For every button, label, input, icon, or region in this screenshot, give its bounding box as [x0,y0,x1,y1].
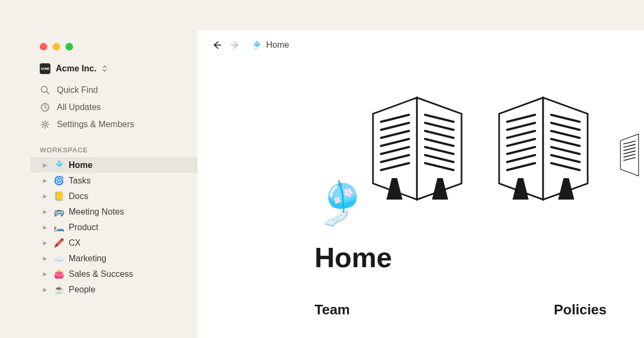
breadcrumb-label: Home [266,40,289,50]
page-label: Home [69,160,92,170]
sidebar-page-cx[interactable]: ▶ 🖍️ CX [30,235,197,251]
page-emoji-icon: 🖍️ [54,238,64,248]
workspace-logo-icon: ACME [40,63,50,74]
maximize-window-button[interactable] [65,43,73,50]
workspace-section-label: Workspace [30,143,197,157]
breadcrumb[interactable]: 🎐 Home [251,40,289,50]
page-title[interactable]: Home [314,241,392,274]
disclosure-triangle-icon[interactable]: ▶ [43,286,49,292]
search-icon [40,85,50,95]
topbar: 🎐 Home [197,30,644,60]
cover-art-illustration [365,92,644,205]
disclosure-triangle-icon[interactable]: ▶ [43,224,49,230]
sidebar-pages-list: ▶ 🎐 Home ▶ 🌀 Tasks ▶ 📒 Docs ▶ 🚌 Meeting … [30,157,197,297]
sidebar-page-docs[interactable]: ▶ 📒 Docs [30,188,197,204]
page-label: Sales & Success [69,269,133,279]
page-label: People [69,285,96,295]
page-emoji-icon: 🛏️ [54,222,64,232]
page-emoji-icon: 🎐 [54,160,64,170]
page-emoji-icon: 📒 [54,191,64,201]
chevron-updown-icon [102,65,107,72]
close-window-button[interactable] [40,43,47,50]
sidebar-page-people[interactable]: ▶ ☕ People [30,282,197,297]
workspace-switcher[interactable]: ACME Acme Inc. [30,61,197,82]
all-updates-link[interactable]: All Updates [30,99,197,116]
page-emoji-icon: 👛 [54,269,64,279]
disclosure-triangle-icon[interactable]: ▶ [43,178,49,183]
disclosure-triangle-icon[interactable]: ▶ [43,162,49,168]
quick-find-link[interactable]: Quick Find [30,82,197,99]
svg-line-1 [47,92,49,94]
disclosure-triangle-icon[interactable]: ▶ [43,209,49,215]
page-icon[interactable]: 🎐 [314,179,363,227]
main-area: 🎐 Home [197,30,644,338]
page-emoji-icon: 🌀 [54,175,64,186]
app-window: ACME Acme Inc. Quick Find All Updates [30,30,644,338]
sidebar-page-product[interactable]: ▶ 🛏️ Product [30,219,197,235]
disclosure-triangle-icon[interactable]: ▶ [43,240,49,246]
disclosure-triangle-icon[interactable]: ▶ [43,193,49,199]
disclosure-triangle-icon[interactable]: ▶ [43,271,49,277]
settings-members-link[interactable]: Settings & Members [30,116,197,133]
sidebar-page-meeting-notes[interactable]: ▶ 🚌 Meeting Notes [30,204,197,219]
quick-find-label: Quick Find [57,85,98,95]
breadcrumb-emoji-icon: 🎐 [251,40,262,50]
column-heading-team[interactable]: Team [314,302,350,318]
page-label: Product [69,223,98,232]
minimize-window-button[interactable] [53,43,60,50]
sidebar: ACME Acme Inc. Quick Find All Updates [30,30,197,338]
sidebar-page-home[interactable]: ▶ 🎐 Home [30,157,197,173]
sidebar-page-tasks[interactable]: ▶ 🌀 Tasks [30,173,197,188]
disclosure-triangle-icon[interactable]: ▶ [43,255,49,261]
clock-icon [40,102,50,113]
sidebar-page-marketing[interactable]: ▶ ☁️ Marketing [30,251,197,266]
window-controls [30,36,197,61]
workspace-logo-text: ACME [41,67,49,70]
workspace-name-label: Acme Inc. [56,64,97,74]
settings-members-label: Settings & Members [57,120,134,129]
page-content: 🎐 Home Team Policies [197,60,644,338]
page-emoji-icon: ☕ [54,284,64,295]
all-updates-label: All Updates [57,102,101,112]
page-label: Marketing [69,254,106,263]
gear-icon [40,119,50,130]
page-label: Meeting Notes [69,207,124,217]
sidebar-top-menu: Quick Find All Updates Settings & Member… [30,82,197,143]
cover-image[interactable] [197,60,644,205]
page-emoji-icon: ☁️ [54,253,64,263]
nav-back-button[interactable] [211,40,222,50]
nav-forward-button[interactable] [230,40,240,50]
content-columns: Team Policies [314,302,606,318]
svg-point-3 [44,123,47,126]
sidebar-page-sales-success[interactable]: ▶ 👛 Sales & Success [30,266,197,282]
page-label: CX [69,238,80,248]
page-emoji-icon: 🚌 [54,207,64,217]
page-label: Tasks [69,176,91,186]
page-label: Docs [69,192,88,201]
column-heading-policies[interactable]: Policies [554,302,606,318]
